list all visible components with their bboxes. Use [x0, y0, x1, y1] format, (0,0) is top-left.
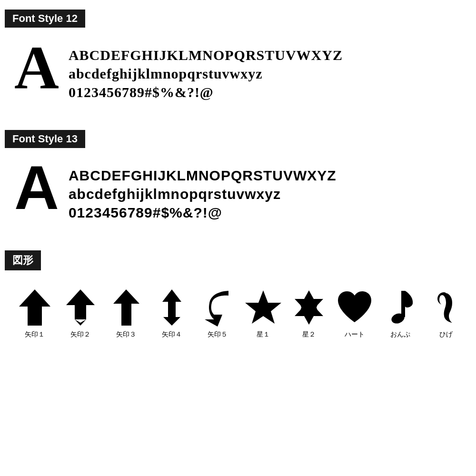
shape-icon-arrow3	[107, 288, 145, 327]
arrow1-icon	[18, 288, 51, 327]
shape-label-arrow5: 矢印５	[208, 330, 228, 339]
font-style-12-line-1: ABCDEFGHIJKLMNOPQRSTUVWXYZ	[69, 46, 343, 64]
shape-item-arrow4: 矢印４	[151, 288, 192, 339]
svg-rect-9	[401, 291, 405, 317]
svg-marker-4	[162, 289, 181, 313]
font-style-13-header: Font Style 13	[5, 130, 85, 148]
page-container: Font Style 12 A ABCDEFGHIJKLMNOPQRSTUVWX…	[0, 0, 476, 353]
shape-item-arrow1: 矢印１	[14, 288, 55, 339]
font-style-13-big-letter: A	[14, 157, 59, 218]
shape-label-mustache: ひげ	[439, 330, 453, 339]
font-style-13-char-lines: ABCDEFGHIJKLMNOPQRSTUVWXYZ abcdefghijklm…	[69, 161, 337, 222]
shape-label-arrow2: 矢印２	[70, 330, 90, 339]
shape-label-arrow4: 矢印４	[162, 330, 182, 339]
shape-item-star1: 星１	[243, 288, 284, 339]
note-icon	[386, 288, 415, 327]
shape-item-arrow5: 矢印５	[197, 288, 238, 339]
shape-item-heart: ハート	[334, 288, 375, 339]
shapes-section: 図形 矢印１ 矢印２	[5, 250, 471, 344]
shape-label-arrow1: 矢印１	[25, 330, 45, 339]
font-style-12-header: Font Style 12	[5, 10, 85, 28]
shape-icon-star1	[244, 288, 282, 327]
font-style-12-line-3: 0123456789#$%&?!@	[69, 83, 343, 101]
shape-icon-arrow5	[198, 288, 237, 327]
font-style-12-line-2: abcdefghijklmnopqrstuvwxyz	[69, 64, 343, 83]
arrow2-icon	[66, 288, 95, 327]
shape-icon-arrow2	[61, 288, 99, 327]
shape-label-note: おんぷ	[390, 330, 410, 339]
mustache-icon	[436, 288, 457, 327]
shape-icon-mustache	[427, 288, 465, 327]
font-style-12-display: A ABCDEFGHIJKLMNOPQRSTUVWXYZ abcdefghijk…	[5, 36, 471, 111]
svg-marker-6	[245, 290, 281, 324]
shape-item-mustache: ひげ	[426, 288, 466, 339]
shapes-header: 図形	[5, 250, 41, 270]
shape-label-star2: 星２	[302, 330, 316, 339]
font-style-12-big-letter: A	[14, 36, 59, 98]
arrow5-icon	[202, 288, 233, 327]
heart-icon	[336, 290, 374, 326]
svg-marker-2	[75, 319, 86, 326]
font-style-13-line-1: ABCDEFGHIJKLMNOPQRSTUVWXYZ	[69, 166, 337, 185]
arrow4-icon	[161, 288, 183, 327]
shape-item-note: おんぷ	[380, 288, 421, 339]
svg-marker-0	[19, 289, 50, 326]
font-style-13-line-2: abcdefghijklmnopqrstuvwxyz	[69, 185, 337, 203]
shape-icon-arrow4	[153, 288, 191, 327]
font-style-13-section: Font Style 13 A ABCDEFGHIJKLMNOPQRSTUVWX…	[5, 130, 471, 231]
shape-icon-star2	[290, 288, 328, 327]
shape-icon-note	[381, 288, 419, 327]
star1-icon	[244, 288, 282, 327]
shape-label-star1: 星１	[257, 330, 270, 339]
svg-marker-5	[163, 313, 180, 326]
star2-icon	[290, 288, 328, 327]
shape-label-heart: ハート	[345, 330, 365, 339]
font-style-13-display: A ABCDEFGHIJKLMNOPQRSTUVWXYZ abcdefghijk…	[5, 157, 471, 231]
font-style-12-section: Font Style 12 A ABCDEFGHIJKLMNOPQRSTUVWX…	[5, 10, 471, 111]
font-style-12-char-lines: ABCDEFGHIJKLMNOPQRSTUVWXYZ abcdefghijklm…	[69, 41, 343, 101]
shape-label-arrow3: 矢印３	[116, 330, 136, 339]
svg-marker-1	[66, 289, 95, 319]
arrow3-icon	[113, 288, 139, 327]
shape-item-arrow2: 矢印２	[60, 288, 101, 339]
shape-icon-heart	[336, 288, 374, 327]
shape-icon-arrow1	[16, 288, 54, 327]
shape-item-arrow3: 矢印３	[106, 288, 147, 339]
shape-item-star2: 星２	[288, 288, 329, 339]
svg-marker-3	[113, 289, 139, 326]
shapes-grid: 矢印１ 矢印２ 矢印３	[5, 279, 471, 344]
font-style-13-line-3: 0123456789#$%&?!@	[69, 203, 337, 222]
